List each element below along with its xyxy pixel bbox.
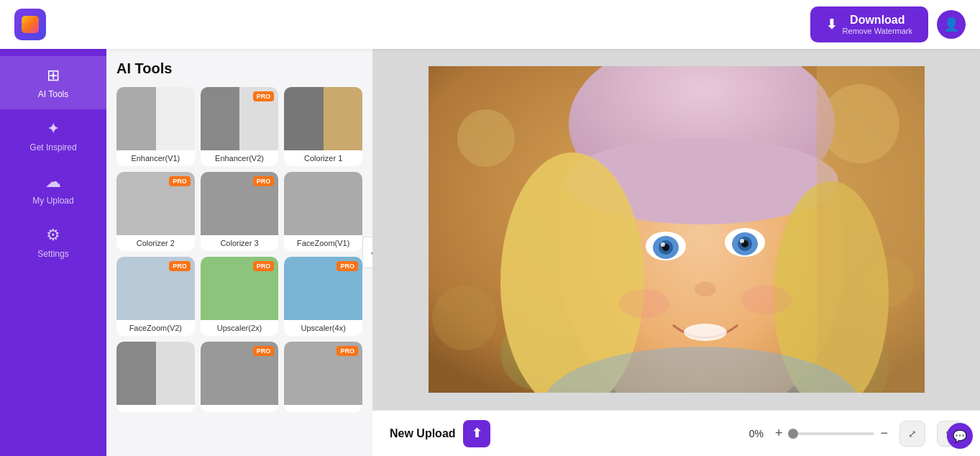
tool-card-tool-12[interactable]: PRO [284,342,362,412]
svg-point-26 [741,286,792,314]
chevron-left-icon: ‹ [371,247,372,258]
tool-thumb-upscaler-4x: PRO [284,257,362,320]
preview-image [429,66,925,393]
zoom-value: 0% [749,428,764,439]
tools-grid: Enhancer(V1)PROEnhancer(V2)Colorizer 1PR… [116,87,362,412]
svg-point-1 [457,109,515,167]
tool-thumb-enhancer-v1 [116,87,195,150]
sidebar: ⊞ AI Tools ✦ Get Inspired ☁ My Upload ⚙ … [0,49,106,456]
tool-card-enhancer-v2[interactable]: PROEnhancer(V2) [201,87,279,166]
download-icon: ⬇ [826,17,837,32]
chat-support-button[interactable]: 💬 [947,423,973,449]
sidebar-item-ai-tools[interactable]: ⊞ AI Tools [0,56,106,109]
tool-card-colorizer-2[interactable]: PROColorizer 2 [116,172,195,251]
tool-name-tool-10 [116,405,195,412]
sidebar-label-ai-tools: AI Tools [38,89,68,99]
tool-name-upscaler-2x: Upscaler(2x) [201,320,279,336]
tool-card-colorizer-1[interactable]: Colorizer 1 [284,87,362,166]
main-layout: ⊞ AI Tools ✦ Get Inspired ☁ My Upload ⚙ … [0,49,980,456]
tool-thumb-enhancer-v2: PRO [201,87,279,150]
tools-panel: AI Tools Enhancer(V1)PROEnhancer(V2)Colo… [106,49,372,456]
sidebar-label-my-upload: My Upload [32,196,73,206]
pro-badge: PRO [169,261,191,271]
zoom-minus-button[interactable]: − [880,426,888,441]
tool-card-colorizer-3[interactable]: PROColorizer 3 [201,172,279,251]
svg-point-24 [684,324,727,341]
zoom-plus-button[interactable]: + [775,426,783,441]
tool-thumb-colorizer-2: PRO [116,172,195,235]
logo-icon [22,16,39,33]
header: ⬇ Download Remove Watermark 👤 [0,0,980,49]
preview-area: New Upload ⬆ 0% + − ⤢ 🗑 [372,49,980,456]
tool-card-upscaler-2x[interactable]: PROUpscaler(2x) [201,257,279,336]
svg-point-22 [740,239,744,243]
cloud-upload-icon: ☁ [45,173,61,191]
tool-name-upscaler-4x: Upscaler(4x) [284,320,362,336]
sidebar-item-settings[interactable]: ⚙ Settings [0,216,106,269]
fullscreen-icon: ⤢ [908,428,917,439]
tool-name-tool-12 [284,405,362,412]
pro-badge: PRO [336,346,358,356]
sidebar-item-get-inspired[interactable]: ✦ Get Inspired [0,109,106,163]
tool-thumb-tool-11: PRO [201,342,279,405]
download-button[interactable]: ⬇ Download Remove Watermark [810,6,928,42]
pro-badge: PRO [253,176,275,186]
sidebar-item-my-upload[interactable]: ☁ My Upload [0,163,106,216]
svg-point-17 [661,242,665,247]
svg-point-4 [432,286,497,350]
new-upload-button[interactable]: New Upload ⬆ [390,420,490,447]
app-logo [14,9,46,40]
svg-point-23 [695,282,716,296]
tool-thumb-upscaler-2x: PRO [201,257,279,320]
tool-name-enhancer-v1: Enhancer(V1) [116,150,195,166]
tool-card-upscaler-4x[interactable]: PROUpscaler(4x) [284,257,362,336]
bottom-bar: New Upload ⬆ 0% + − ⤢ 🗑 [372,410,980,456]
zoom-controls: + − [775,426,888,441]
header-right: ⬇ Download Remove Watermark 👤 [810,6,966,42]
download-text: Download Remove Watermark [843,14,912,35]
svg-point-25 [619,289,669,318]
tool-thumb-colorizer-3: PRO [201,172,279,235]
tool-card-tool-10[interactable] [116,342,195,412]
tool-card-facezoom-v1[interactable]: FaceZoom(V1) [284,172,362,251]
grid-icon: ⊞ [47,66,60,85]
preview-image-container [372,49,980,410]
tool-card-facezoom-v2[interactable]: PROFaceZoom(V2) [116,257,195,336]
tool-card-tool-11[interactable]: PRO [201,342,279,412]
collapse-panel-button[interactable]: ‹ [362,237,372,268]
chat-icon: 💬 [953,429,967,443]
sparkle-icon: ✦ [47,119,60,138]
zoom-slider[interactable] [788,432,874,435]
avatar-icon: 👤 [943,17,959,32]
sidebar-label-get-inspired: Get Inspired [29,142,76,152]
new-upload-label: New Upload [390,427,456,440]
svg-rect-27 [817,66,925,393]
tool-card-enhancer-v1[interactable]: Enhancer(V1) [116,87,195,166]
tool-name-facezoom-v2: FaceZoom(V2) [116,320,195,336]
tool-name-colorizer-3: Colorizer 3 [201,235,279,251]
settings-icon: ⚙ [46,226,60,245]
tool-name-facezoom-v1: FaceZoom(V1) [284,235,362,251]
sidebar-label-settings: Settings [37,249,68,259]
tool-thumb-facezoom-v2: PRO [116,257,195,320]
pro-badge: PRO [253,346,275,356]
tools-title: AI Tools [116,60,362,77]
tool-thumb-tool-10 [116,342,195,405]
tool-name-colorizer-2: Colorizer 2 [116,235,195,251]
tool-name-enhancer-v2: Enhancer(V2) [201,150,279,166]
pro-badge: PRO [253,91,275,101]
pro-badge: PRO [169,176,191,186]
tool-name-colorizer-1: Colorizer 1 [284,150,362,166]
fullscreen-button[interactable]: ⤢ [899,421,925,447]
upload-icon: ⬆ [463,420,490,447]
tool-thumb-facezoom-v1 [284,172,362,235]
user-avatar-button[interactable]: 👤 [937,10,966,39]
pro-badge: PRO [336,261,358,271]
tool-name-tool-11 [201,405,279,412]
tool-thumb-tool-12: PRO [284,342,362,405]
pro-badge: PRO [253,261,275,271]
tool-thumb-colorizer-1 [284,87,362,150]
